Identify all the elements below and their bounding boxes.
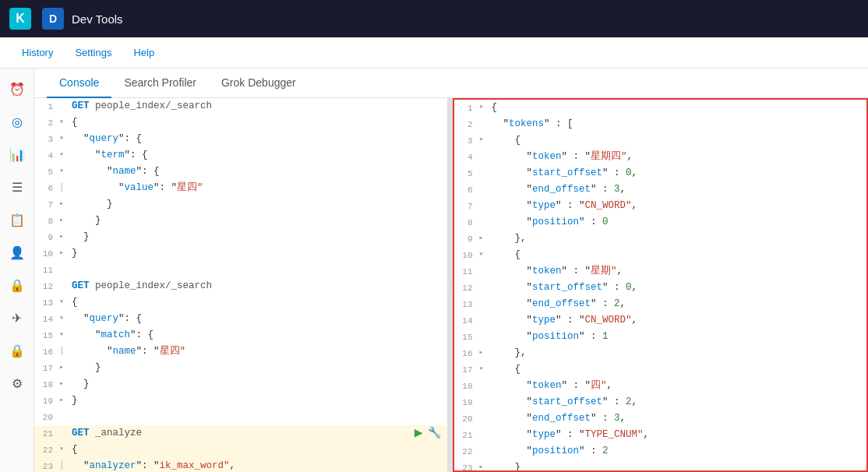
nav-settings[interactable]: Settings [65, 41, 121, 65]
table-row: 13 "end_offset" : 2, [454, 296, 867, 312]
top-bar: K D Dev Tools [0, 0, 868, 37]
table-row: 22▾{ [34, 442, 447, 458]
table-row: 9▸ } [34, 229, 447, 245]
table-row: 7▸ } [34, 196, 447, 213]
table-row: 22 "position" : 2 [454, 443, 867, 460]
tab-search-profiler[interactable]: Search Profiler [111, 69, 209, 98]
play-button[interactable]: ▶ [415, 426, 423, 440]
table-row: 18 "token" : "四", [454, 378, 867, 394]
sidebar: ⏰ ◎ 📊 ☰ 📋 👤 🔒 ✈ 🔒 ⚙ [0, 69, 34, 472]
nav-history[interactable]: History [12, 41, 62, 65]
table-row: 4 "token" : "星期四", [454, 149, 867, 165]
table-row: 8 "position" : 0 [454, 214, 867, 231]
table-row: 23│ "analyzer": "ik_max_word", [34, 458, 447, 472]
kibana-logo: K [9, 8, 31, 30]
table-row: 11 "token" : "星期", [454, 263, 867, 280]
table-row: 15 "position" : 1 [454, 329, 867, 345]
table-row: 5 "start_offset" : 0, [454, 165, 867, 181]
tab-grok-debugger[interactable]: Grok Debugger [209, 69, 309, 98]
table-row: 6 "end_offset" : 3, [454, 181, 867, 198]
table-row: 3▾ "query": { [34, 131, 447, 147]
sidebar-icon-gear[interactable]: ⚙ [3, 369, 31, 397]
table-row: 16│ "name": "星四" [34, 343, 447, 360]
table-row: 21GET _analyze▶🔧 [34, 425, 447, 442]
action-buttons: ▶🔧 [415, 425, 447, 441]
right-editor-panel[interactable]: 1▾{2 "tokens" : [3▾ {4 "token" : "星期四",5… [453, 98, 869, 472]
table-row: 18▸ } [34, 376, 447, 393]
table-row: 9▸ }, [454, 231, 867, 247]
table-row: 3▾ { [454, 132, 867, 149]
sidebar-icon-clock[interactable]: ⏰ [3, 75, 31, 103]
content-area: Console Search Profiler Grok Debugger 1G… [34, 69, 868, 472]
table-row: 8▸ } [34, 213, 447, 229]
sidebar-icon-console[interactable]: ◎ [3, 107, 31, 136]
table-row: 23▸ } [454, 460, 867, 472]
table-row: 12GET people_index/_search [34, 278, 447, 294]
table-row: 21 "type" : "TYPE_CNUM", [454, 427, 867, 443]
table-row: 5▾ "name": { [34, 164, 447, 180]
table-row: 2▾{ [34, 114, 447, 131]
wrench-button[interactable]: 🔧 [428, 425, 441, 441]
table-row: 12 "start_offset" : 0, [454, 280, 867, 296]
sidebar-icon-lock[interactable]: 🔒 [3, 271, 31, 299]
table-row: 19 "start_offset" : 2, [454, 394, 867, 410]
table-row: 2 "tokens" : [ [454, 116, 867, 132]
table-row: 17▸ } [34, 360, 447, 376]
table-row: 20 [34, 409, 447, 425]
main-layout: ⏰ ◎ 📊 ☰ 📋 👤 🔒 ✈ 🔒 ⚙ Console Search Profi… [0, 69, 868, 472]
table-row: 10▸} [34, 245, 447, 262]
devtools-icon: D [42, 8, 64, 30]
table-row: 10▾ { [454, 247, 867, 263]
sidebar-icon-person[interactable]: 👤 [3, 238, 31, 266]
table-row: 16▸ }, [454, 345, 867, 361]
table-row: 11 [34, 262, 447, 278]
sidebar-icon-clipboard[interactable]: 📋 [3, 206, 31, 234]
editor-container: 1GET people_index/_search2▾{3▾ "query": … [34, 98, 868, 472]
nav-bar: History Settings Help [0, 37, 868, 69]
table-row: 4▾ "term": { [34, 147, 447, 164]
sidebar-icon-alert[interactable]: ✈ [3, 304, 31, 332]
table-row: 19▸} [34, 393, 447, 409]
app-title: Dev Tools [72, 12, 123, 26]
sidebar-icon-chart[interactable]: 📊 [3, 140, 31, 168]
table-row: 20 "end_offset" : 3, [454, 410, 867, 427]
nav-help[interactable]: Help [124, 41, 164, 65]
table-row: 15▾ "match": { [34, 327, 447, 343]
table-row: 14▾ "query": { [34, 311, 447, 327]
left-editor-panel[interactable]: 1GET people_index/_search2▾{3▾ "query": … [34, 98, 448, 472]
tabs: Console Search Profiler Grok Debugger [34, 69, 868, 98]
table-row: 14 "type" : "CN_WORD", [454, 312, 867, 329]
table-row: 1▾{ [454, 100, 867, 116]
table-row: 13▾{ [34, 294, 447, 311]
tab-console[interactable]: Console [47, 69, 111, 98]
table-row: 1GET people_index/_search [34, 98, 447, 114]
table-row: 7 "type" : "CN_WORD", [454, 198, 867, 214]
sidebar-icon-list[interactable]: ☰ [3, 173, 31, 201]
table-row: 17▾ { [454, 361, 867, 378]
sidebar-icon-lock2[interactable]: 🔒 [3, 336, 31, 365]
table-row: 6│ "value": "星四" [34, 180, 447, 196]
